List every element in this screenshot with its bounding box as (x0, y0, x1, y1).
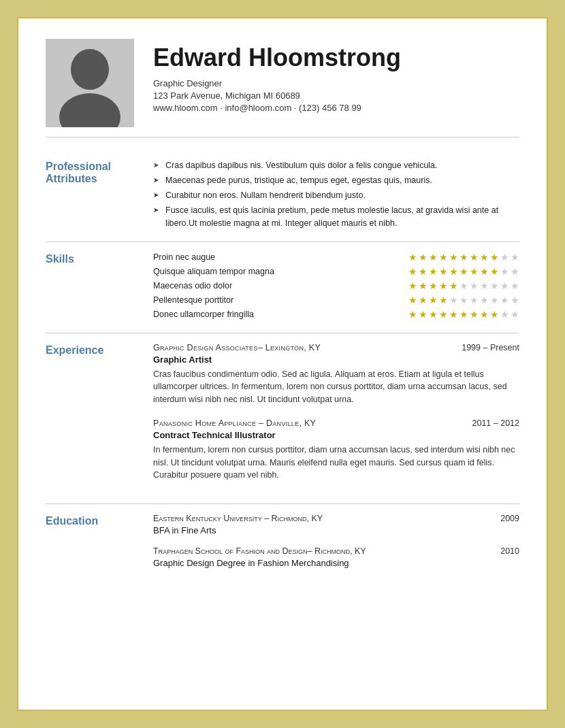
exp-company: Panasonic Home Appliance – Danville, KY (153, 418, 316, 428)
education-entry: Traphagen School of Fashion and Design– … (153, 546, 519, 568)
header-section: Edward Hloomstrong Graphic Designer 123 … (46, 39, 519, 137)
star-empty: ★ (500, 280, 509, 291)
star-filled: ★ (408, 295, 417, 305)
star-filled: ★ (419, 309, 427, 320)
star-filled: ★ (449, 309, 458, 320)
star-filled: ★ (480, 266, 489, 277)
attribute-item: Fusce iaculis, est quis lacinia pretium,… (153, 204, 519, 229)
star-filled: ★ (459, 266, 468, 277)
skill-stars: ★★★★★★★★★★★ (408, 266, 519, 277)
edu-year: 2009 (500, 514, 519, 523)
exp-description: Cras faucibus condimentum odio. Sed ac l… (153, 368, 519, 406)
edu-header: Eastern Kentucky University – Richmond, … (153, 514, 519, 523)
attribute-item: Curabitur non eros. Nullam hendrerit bib… (153, 189, 519, 201)
candidate-address: 123 Park Avenue, Michigan MI 60689 (153, 90, 519, 101)
professional-attributes-content: Cras dapibus dapibus nis. Vestibulum qui… (153, 159, 519, 232)
star-filled: ★ (429, 280, 438, 291)
exp-title: Graphic Artist (153, 354, 519, 365)
skill-row: Quisque aliquam tempor magna★★★★★★★★★★★ (153, 266, 519, 277)
star-filled: ★ (439, 266, 448, 277)
skill-stars: ★★★★★★★★★★★ (408, 280, 519, 291)
star-filled: ★ (408, 280, 417, 291)
star-empty: ★ (500, 252, 509, 263)
star-filled: ★ (449, 266, 458, 277)
star-filled: ★ (449, 252, 458, 263)
star-filled: ★ (470, 266, 479, 277)
professional-attributes-label: Professional Attributes (46, 159, 153, 185)
star-filled: ★ (449, 280, 458, 291)
attribute-item: Maecenas pede purus, tristique ac, tempu… (153, 174, 519, 186)
star-filled: ★ (480, 252, 489, 263)
exp-dates: 2011 – 2012 (472, 418, 519, 428)
exp-title: Contract Technical Illustrator (153, 430, 519, 440)
star-empty: ★ (511, 266, 519, 277)
exp-header: Graphic Design Associates– Lexington, KY… (153, 343, 519, 352)
experience-content: Graphic Design Associates– Lexington, KY… (153, 343, 519, 495)
skills-section: Skills Proin nec augue★★★★★★★★★★★Quisque… (46, 242, 519, 333)
star-filled: ★ (470, 309, 479, 320)
star-filled: ★ (490, 266, 499, 277)
star-filled: ★ (429, 309, 438, 320)
edu-header: Traphagen School of Fashion and Design– … (153, 546, 519, 556)
star-empty: ★ (459, 280, 468, 291)
star-filled: ★ (480, 309, 489, 320)
resume-page: Edward Hloomstrong Graphic Designer 123 … (17, 17, 548, 711)
skill-name: Maecenas odio dolor (153, 281, 408, 291)
star-empty: ★ (480, 280, 489, 291)
attribute-item: Cras dapibus dapibus nis. Vestibulum qui… (153, 159, 519, 171)
education-entry: Eastern Kentucky University – Richmond, … (153, 514, 519, 535)
star-empty: ★ (511, 252, 519, 263)
star-filled: ★ (490, 309, 499, 320)
star-empty: ★ (511, 280, 519, 291)
star-filled: ★ (408, 309, 417, 320)
skill-name: Donec ullamcorper fringilla (153, 310, 408, 319)
star-empty: ★ (459, 295, 468, 305)
star-filled: ★ (419, 266, 427, 277)
candidate-contact: www.hloom.com · info@hloom.com · (123) 4… (153, 103, 519, 113)
skill-name: Quisque aliquam tempor magna (153, 267, 408, 276)
header-info: Edward Hloomstrong Graphic Designer 123 … (153, 39, 519, 113)
skill-name: Pellentesque porttitor (153, 295, 408, 305)
star-empty: ★ (490, 280, 499, 291)
attributes-list: Cras dapibus dapibus nis. Vestibulum qui… (153, 159, 519, 229)
exp-description: In fermentum, lorem non cursus porttitor… (153, 444, 519, 482)
star-filled: ★ (408, 266, 417, 277)
experience-entry: Graphic Design Associates– Lexington, KY… (153, 343, 519, 406)
edu-degree: BFA in Fine Arts (153, 525, 519, 535)
star-empty: ★ (500, 266, 509, 277)
edu-degree: Graphic Design Degree in Fashion Merchan… (153, 558, 519, 568)
star-filled: ★ (439, 252, 448, 263)
experience-label: Experience (46, 343, 153, 357)
exp-dates: 1999 – Present (462, 343, 519, 352)
skill-stars: ★★★★★★★★★★★ (408, 295, 519, 305)
edu-school: Eastern Kentucky University – Richmond, … (153, 514, 323, 523)
star-empty: ★ (500, 309, 509, 320)
star-empty: ★ (449, 295, 458, 305)
skills-content: Proin nec augue★★★★★★★★★★★Quisque aliqua… (153, 252, 519, 323)
skill-row: Proin nec augue★★★★★★★★★★★ (153, 252, 519, 263)
star-empty: ★ (470, 295, 479, 305)
star-filled: ★ (470, 252, 479, 263)
star-filled: ★ (429, 266, 438, 277)
experience-entry: Panasonic Home Appliance – Danville, KY … (153, 418, 519, 482)
star-filled: ★ (419, 295, 427, 305)
star-filled: ★ (490, 252, 499, 263)
star-filled: ★ (408, 252, 417, 263)
svg-point-1 (71, 49, 109, 90)
candidate-title: Graphic Designer (153, 78, 519, 88)
star-filled: ★ (459, 252, 468, 263)
skill-row: Maecenas odio dolor★★★★★★★★★★★ (153, 280, 519, 291)
edu-school: Traphagen School of Fashion and Design– … (153, 546, 366, 556)
star-filled: ★ (429, 295, 438, 305)
education-label: Education (46, 514, 153, 527)
skill-row: Donec ullamcorper fringilla★★★★★★★★★★★ (153, 309, 519, 320)
star-filled: ★ (419, 280, 427, 291)
education-content: Eastern Kentucky University – Richmond, … (153, 514, 519, 579)
skill-stars: ★★★★★★★★★★★ (408, 309, 519, 320)
exp-header: Panasonic Home Appliance – Danville, KY … (153, 418, 519, 428)
avatar (46, 39, 134, 127)
candidate-name: Edward Hloomstrong (153, 44, 519, 71)
star-empty: ★ (500, 295, 509, 305)
star-filled: ★ (459, 309, 468, 320)
star-filled: ★ (429, 252, 438, 263)
